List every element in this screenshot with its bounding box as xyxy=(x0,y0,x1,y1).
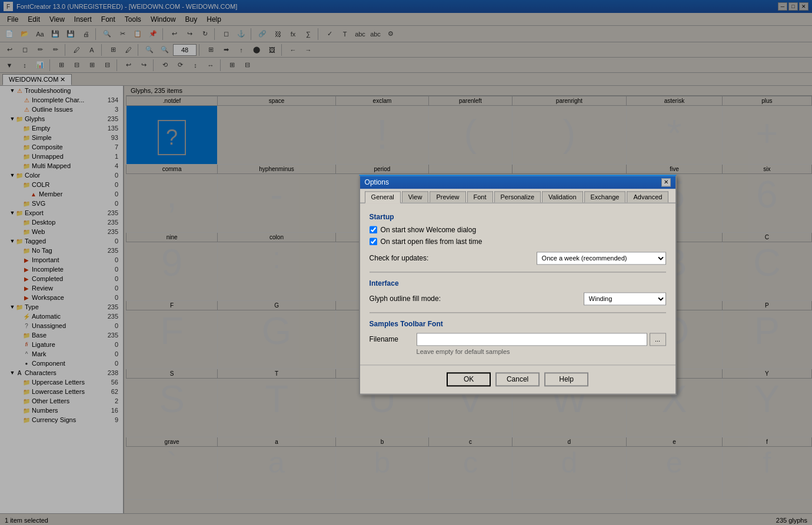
fillmode-select[interactable]: Winding Even-Odd xyxy=(584,292,666,305)
separator1 xyxy=(370,272,666,272)
dialog-tab-font[interactable]: Font xyxy=(467,191,493,202)
fillmode-control: Winding Even-Odd xyxy=(584,292,666,305)
dialog-tab-preview[interactable]: Preview xyxy=(430,191,465,202)
cancel-button[interactable]: Cancel xyxy=(495,372,540,386)
cb1-label: On start show Welcome dialog xyxy=(381,226,477,234)
updates-select[interactable]: Once a week (recommended) Once a day Onc… xyxy=(537,252,666,265)
dialog-tab-personalize[interactable]: Personalize xyxy=(494,191,541,202)
dialog-tab-general[interactable]: General xyxy=(365,191,401,203)
modal-overlay: Options ✕ General View Preview Font Pers… xyxy=(0,0,812,525)
dialog-tabs: General View Preview Font Personalize Va… xyxy=(360,189,675,203)
filename-label: Filename xyxy=(370,335,417,343)
cb2-label: On start open files from last time xyxy=(381,238,482,246)
dialog-buttons: OK Cancel Help xyxy=(360,365,675,393)
dialog-tab-validation[interactable]: Validation xyxy=(542,191,583,202)
dialog-titlebar: Options ✕ xyxy=(360,176,675,189)
help-button[interactable]: Help xyxy=(544,372,588,386)
ok-button[interactable]: OK xyxy=(447,372,491,386)
options-dialog: Options ✕ General View Preview Font Pers… xyxy=(359,175,677,394)
samples-section-title: Samples Toolbar Font xyxy=(370,320,666,328)
hint-text: Leave empty for default samples xyxy=(417,348,666,355)
dialog-title: Options xyxy=(365,178,389,186)
updates-control: Once a week (recommended) Once a day Onc… xyxy=(537,252,666,265)
cb2-checkbox[interactable] xyxy=(370,238,377,245)
cb1-row: On start show Welcome dialog xyxy=(370,226,666,234)
updates-label: Check for updates: xyxy=(370,254,537,262)
dialog-tab-view[interactable]: View xyxy=(402,191,429,202)
separator2 xyxy=(370,312,666,313)
dialog-tab-advanced[interactable]: Advanced xyxy=(627,191,668,202)
startup-section-title: Startup xyxy=(370,213,666,221)
fillmode-label: Glyph outline fill mode: xyxy=(370,295,584,303)
updates-row: Check for updates: Once a week (recommen… xyxy=(370,252,666,265)
dialog-content: Startup On start show Welcome dialog On … xyxy=(360,203,675,365)
interface-section-title: Interface xyxy=(370,279,666,287)
dialog-tab-exchange[interactable]: Exchange xyxy=(584,191,626,202)
fillmode-row: Glyph outline fill mode: Winding Even-Od… xyxy=(370,292,666,305)
filename-browse-button[interactable]: ... xyxy=(650,333,666,346)
cb1-checkbox[interactable] xyxy=(370,226,377,233)
cb2-row: On start open files from last time xyxy=(370,238,666,246)
filename-input[interactable] xyxy=(417,333,647,346)
filename-row: Filename ... xyxy=(370,333,666,346)
dialog-close-button[interactable]: ✕ xyxy=(661,178,671,186)
